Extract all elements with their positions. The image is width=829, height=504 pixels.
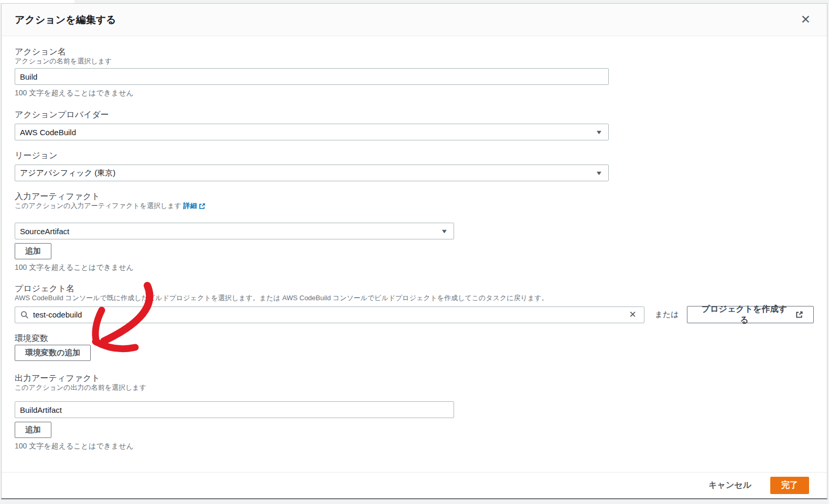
modal-footer: キャンセル 完了: [2, 472, 827, 498]
output-artifact-input[interactable]: [15, 401, 454, 418]
action-provider-label: アクションプロバイダー: [15, 109, 814, 120]
output-artifact-field-group: 出力アーティファクト このアクションの出力の名前を選択します 追加 100 文字…: [15, 373, 814, 451]
output-artifact-constraint: 100 文字を超えることはできません: [15, 441, 814, 451]
modal-header: アクションを編集する ✕: [2, 4, 827, 36]
input-artifact-select[interactable]: SourceArtifact ▼: [15, 223, 454, 239]
action-name-field-group: アクション名 アクションの名前を選択します 100 文字を超えることはできません: [15, 47, 814, 97]
action-name-constraint: 100 文字を超えることはできません: [15, 88, 814, 97]
close-icon[interactable]: ✕: [798, 12, 814, 28]
environment-variables-field-group: 環境変数 環境変数の追加: [15, 333, 814, 361]
input-artifact-value: SourceArtifact: [20, 227, 69, 236]
action-name-input[interactable]: [15, 68, 609, 85]
output-artifact-label: 出力アーティファクト: [15, 373, 814, 384]
cancel-button[interactable]: キャンセル: [708, 480, 751, 491]
done-button[interactable]: 完了: [770, 477, 809, 494]
environment-variables-label: 環境変数: [15, 333, 814, 344]
modal-content: アクション名 アクションの名前を選択します 100 文字を超えることはできません…: [2, 36, 827, 451]
region-value: アジアパシフィック (東京): [20, 168, 115, 178]
project-name-field-group: プロジェクト名 AWS CodeBuild コンソールで既に作成したビルドプロジ…: [15, 283, 814, 323]
add-environment-variable-button[interactable]: 環境変数の追加: [15, 345, 91, 361]
input-artifact-field-group: 入力アーティファクト このアクションの入力アーティファクトを選択します 詳細 S…: [15, 191, 814, 272]
external-link-icon: [199, 203, 206, 210]
output-artifact-add-button[interactable]: 追加: [15, 422, 51, 438]
chevron-down-icon: ▼: [440, 228, 448, 234]
learn-more-link[interactable]: 詳細: [183, 202, 206, 210]
project-name-description: AWS CodeBuild コンソールで既に作成したビルドプロジェクトを選択しま…: [15, 294, 814, 302]
search-icon: [20, 311, 29, 319]
modal-title: アクションを編集する: [15, 13, 116, 27]
project-name-row: ✕ または プロジェクトを作成する: [15, 306, 814, 323]
action-provider-field-group: アクションプロバイダー AWS CodeBuild ▼: [15, 109, 814, 140]
region-label: リージョン: [15, 150, 814, 161]
project-name-label: プロジェクト名: [15, 283, 814, 294]
output-artifact-description: このアクションの出力の名前を選択します: [15, 384, 814, 392]
clear-icon[interactable]: ✕: [627, 309, 638, 320]
create-project-button[interactable]: プロジェクトを作成する: [687, 306, 814, 323]
input-artifact-add-button[interactable]: 追加: [15, 243, 51, 259]
input-artifact-description: このアクションの入力アーティファクトを選択します 詳細: [15, 202, 814, 210]
region-select[interactable]: アジアパシフィック (東京) ▼: [15, 165, 609, 181]
chevron-down-icon: ▼: [595, 129, 603, 135]
chevron-down-icon: ▼: [595, 170, 603, 176]
edit-action-modal: アクションを編集する ✕ アクション名 アクションの名前を選択します 100 文…: [1, 3, 827, 499]
input-artifact-constraint: 100 文字を超えることはできません: [15, 262, 814, 272]
action-name-description: アクションの名前を選択します: [15, 57, 814, 65]
project-search-box: ✕: [15, 306, 644, 323]
action-name-label: アクション名: [15, 47, 814, 57]
region-field-group: リージョン アジアパシフィック (東京) ▼: [15, 150, 814, 181]
action-provider-select[interactable]: AWS CodeBuild ▼: [15, 124, 609, 140]
or-text: または: [655, 310, 679, 320]
project-name-input[interactable]: [33, 310, 627, 319]
input-artifact-label: 入力アーティファクト: [15, 191, 814, 202]
action-provider-value: AWS CodeBuild: [20, 128, 76, 137]
external-link-icon: [795, 311, 803, 319]
